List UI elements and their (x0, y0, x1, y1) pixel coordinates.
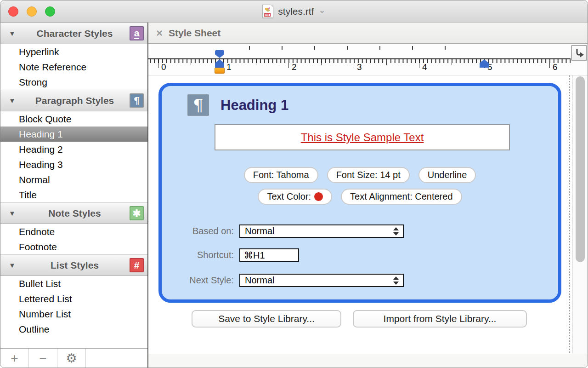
shortcut-input[interactable]: ⌘H1 (239, 248, 299, 262)
minus-icon: − (39, 351, 46, 366)
disclosure-triangle-icon[interactable]: ▼ (9, 261, 20, 269)
ruler-number: 4 (422, 62, 427, 72)
ruler-number: 2 (292, 62, 297, 72)
gear-icon: ⚙ (66, 351, 77, 366)
style-sample-box: This is Style Sample Text (215, 124, 510, 150)
ruler-number: 6 (553, 62, 558, 72)
next-style-label: Next Style: (168, 275, 234, 286)
add-style-button[interactable]: + (0, 349, 29, 368)
text-margin-guide (569, 75, 570, 354)
section-title: List Styles (20, 260, 130, 271)
note-styles-list: Endnote Footnote (0, 224, 147, 254)
ruler-number: 3 (357, 62, 362, 72)
style-item-footnote[interactable]: Footnote (0, 239, 147, 254)
window-title-group[interactable]: RTF styles.rtf ⌄ (262, 5, 325, 18)
character-styles-list: Hyperlink Note Reference Strong (0, 44, 147, 90)
section-paragraph-styles[interactable]: ▼ Paragraph Styles ¶ (0, 90, 147, 111)
style-actions-button[interactable]: ⚙ (57, 349, 86, 368)
select-chevrons-icon (393, 276, 399, 285)
rtf-document-icon: RTF (262, 5, 273, 18)
save-to-style-library-button[interactable]: Save to Style Library... (192, 310, 341, 328)
ruler[interactable]: 0 1 2 3 4 5 6 (148, 44, 588, 75)
style-item-block-quote[interactable]: Block Quote (0, 111, 147, 126)
select-chevrons-icon (393, 227, 399, 236)
attribute-pill-text-color[interactable]: Text Color: (258, 189, 332, 205)
style-item-heading-3[interactable]: Heading 3 (0, 157, 147, 172)
sidebar-toolbar: + − ⚙ (0, 348, 147, 368)
red-color-swatch (314, 192, 323, 201)
section-title: Character Styles (20, 28, 130, 39)
default-tab-stop-ticks (249, 46, 447, 50)
shortcut-label: Shortcut: (168, 250, 234, 260)
note-styles-badge-icon: ✱ (130, 206, 144, 220)
ruler-number: 1 (226, 62, 232, 72)
close-tab-icon[interactable]: × (156, 28, 163, 39)
scrollbar-thumb[interactable] (576, 76, 585, 262)
style-item-endnote[interactable]: Endnote (0, 224, 147, 239)
titlebar: RTF styles.rtf ⌄ (0, 0, 588, 23)
panel-header: ¶ Heading 1 (187, 94, 288, 116)
next-style-select[interactable]: Normal (239, 274, 404, 287)
attribute-pill-underline[interactable]: Underline (418, 167, 476, 183)
section-title: Paragraph Styles (20, 95, 130, 106)
attribute-pill-font-size[interactable]: Font Size: 14 pt (327, 167, 410, 183)
style-item-bullet-list[interactable]: Bullet List (0, 276, 147, 291)
tab-stop-mode-button[interactable] (571, 45, 587, 61)
bottom-status-strip (148, 354, 588, 368)
tab-title: Style Sheet (169, 28, 220, 39)
style-item-outline[interactable]: Outline (0, 322, 147, 337)
vertical-scrollbar[interactable] (572, 75, 588, 354)
style-item-lettered-list[interactable]: Lettered List (0, 291, 147, 306)
attribute-pill-row: Text Color: Text Alignment: Centered (162, 189, 558, 205)
ruler-number: 0 (161, 62, 166, 72)
style-item-strong[interactable]: Strong (0, 75, 147, 90)
paragraph-style-badge-icon: ¶ (187, 94, 209, 116)
disclosure-triangle-icon[interactable]: ▼ (9, 209, 20, 217)
remove-style-button[interactable]: − (29, 349, 57, 368)
section-list-styles[interactable]: ▼ List Styles # (0, 254, 147, 276)
next-style-row: Next Style: Normal (168, 274, 404, 287)
attribute-pill-row: Font: Tahoma Font Size: 14 pt Underline (162, 167, 558, 183)
traffic-lights (8, 6, 55, 17)
disclosure-triangle-icon[interactable]: ▼ (9, 97, 20, 104)
window-title: styles.rtf (278, 6, 314, 17)
section-title: Note Styles (20, 208, 130, 219)
minimize-button[interactable] (27, 6, 37, 17)
style-item-hyperlink[interactable]: Hyperlink (0, 44, 147, 59)
disclosure-triangle-icon[interactable]: ▼ (9, 29, 20, 37)
main-pane: × Style Sheet 0 1 2 3 4 5 6 (148, 23, 588, 368)
character-styles-badge-icon: a (130, 26, 144, 40)
style-sample-text: This is Style Sample Text (301, 131, 424, 144)
app-window: RTF styles.rtf ⌄ ▼ Character Styles a Hy… (0, 0, 588, 368)
import-from-style-library-button[interactable]: Import from Style Library... (353, 310, 527, 328)
list-styles-list: Bullet List Lettered List Number List Ou… (0, 276, 147, 337)
attribute-pill-font[interactable]: Font: Tahoma (244, 167, 318, 183)
paragraph-styles-list: Block Quote Heading 1 Heading 2 Heading … (0, 111, 147, 202)
section-character-styles[interactable]: ▼ Character Styles a (0, 23, 147, 44)
chevron-down-icon[interactable]: ⌄ (319, 5, 326, 15)
plus-icon: + (11, 351, 18, 366)
styles-sidebar: ▼ Character Styles a Hyperlink Note Refe… (0, 23, 148, 368)
style-item-number-list[interactable]: Number List (0, 306, 147, 322)
left-margin-marker[interactable] (215, 68, 225, 74)
based-on-row: Based on: Normal (168, 224, 404, 238)
list-styles-badge-icon: # (130, 258, 144, 272)
style-sheet-content: ¶ Heading 1 This is Style Sample Text Fo… (148, 75, 588, 354)
first-line-indent-marker[interactable] (215, 50, 224, 58)
section-note-styles[interactable]: ▼ Note Styles ✱ (0, 202, 147, 224)
close-button[interactable] (8, 6, 18, 17)
toolbar-empty-area (86, 349, 147, 368)
zoom-button[interactable] (45, 6, 55, 17)
style-item-title[interactable]: Title (0, 187, 147, 202)
attribute-pill-alignment[interactable]: Text Alignment: Centered (341, 189, 462, 205)
sidebar-spacer (0, 337, 147, 348)
paragraph-styles-badge-icon: ¶ (130, 93, 144, 108)
style-item-note-reference[interactable]: Note Reference (0, 59, 147, 75)
style-item-heading-2[interactable]: Heading 2 (0, 142, 147, 157)
style-item-heading-1-selected[interactable]: Heading 1 (0, 126, 147, 142)
style-sheet-tabbar: × Style Sheet (148, 23, 588, 44)
based-on-select[interactable]: Normal (239, 224, 404, 238)
return-arrow-icon (574, 48, 584, 58)
style-item-normal[interactable]: Normal (0, 172, 147, 187)
based-on-label: Based on: (168, 226, 234, 236)
